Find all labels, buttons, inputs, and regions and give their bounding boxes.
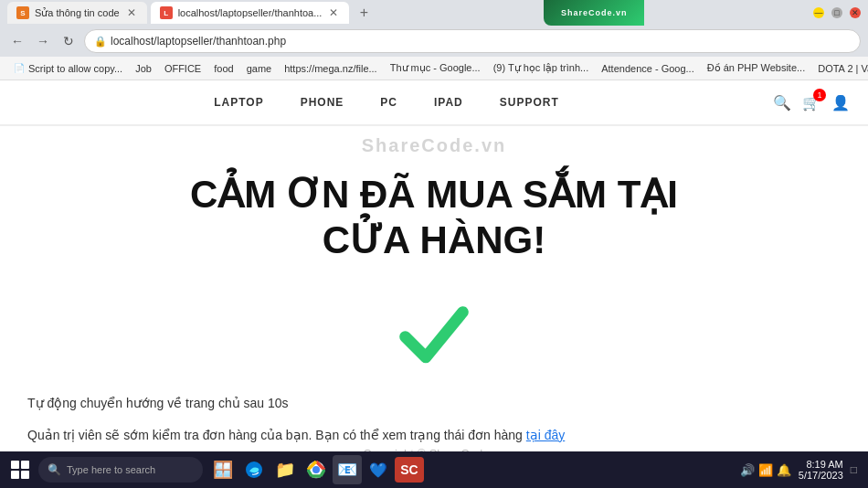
main-content: ShareCode.vn CẢM ƠN ĐÃ MUA SẮM TẠI CỬA H… [0, 126, 868, 454]
bookmark-9[interactable]: Đồ án PHP Website... [702, 60, 810, 76]
taskbar-date-text: 5/17/2023 [799, 470, 843, 481]
svg-point-2 [312, 466, 320, 473]
battery-icon: 🔔 [777, 463, 791, 477]
minimize-button[interactable]: — [813, 7, 824, 18]
tab-2[interactable]: L localhost/laptopseller/thanhtoa... ✕ [151, 2, 350, 24]
bookmark-10-label: DOTA 2 | Valve | Cro... [818, 63, 868, 74]
taskbar-app-4[interactable]: 📧 [333, 455, 362, 484]
tab-2-close[interactable]: ✕ [327, 6, 340, 19]
taskbar-time-text: 8:19 AM [799, 459, 843, 470]
admin-text: Quản trị viên sẽ sớm kiểm tra đơn hàng c… [18, 425, 565, 445]
taskbar-app-1[interactable] [239, 455, 269, 484]
lock-icon: 🔒 [94, 36, 107, 48]
admin-text-content: Quản trị viên sẽ sớm kiểm tra đơn hàng c… [27, 428, 526, 442]
redirect-text: Tự động chuyển hướng về trang chủ sau 10… [18, 396, 289, 410]
nav-items: LAPTOP PHONE PC IPAD SUPPORT [214, 96, 559, 109]
start-button[interactable] [4, 455, 37, 484]
browser-chrome: S Sửa thông tin code ✕ L localhost/lapto… [0, 0, 868, 57]
bookmark-6[interactable]: Thư mục - Google... [385, 60, 486, 76]
nav-pc[interactable]: PC [380, 96, 397, 109]
bookmark-10[interactable]: DOTA 2 | Valve | Cro... [812, 61, 868, 76]
address-text: localhost/laptopseller/thanhtoan.php [111, 35, 286, 48]
tab-1-close[interactable]: ✕ [125, 6, 138, 19]
address-bar[interactable]: 🔒 localhost/laptopseller/thanhtoan.php [84, 29, 861, 53]
title-line-2: CỬA HÀNG! [323, 218, 545, 261]
taskbar-right: 🔊 📶 🔔 8:19 AM 5/17/2023 □ [740, 459, 864, 481]
taskbar-search-icon: 🔍 [48, 463, 61, 476]
bookmark-5-label: https://mega.nz/file... [284, 63, 377, 74]
search-icon-button[interactable]: 🔍 [773, 94, 791, 111]
nav-support[interactable]: SUPPORT [500, 96, 559, 109]
reload-button[interactable]: ↻ [58, 31, 79, 51]
bookmarks-bar: 📄 Script to allow copy... Job OFFICE foo… [0, 57, 868, 80]
bookmark-9-label: Đồ án PHP Website... [707, 62, 805, 74]
bookmark-0-label: Script to allow copy... [28, 63, 122, 74]
bookmark-8-label: Attendence - Goog... [601, 63, 694, 74]
watermark: ShareCode.vn [362, 135, 506, 156]
cart-icon-button[interactable]: 🛒 1 [802, 94, 820, 111]
bookmark-0[interactable]: 📄 Script to allow copy... [7, 60, 128, 77]
network-icon: 🔊 [740, 463, 755, 477]
site-nav: LAPTOP PHONE PC IPAD SUPPORT 🔍 🛒 1 👤 [0, 80, 868, 126]
maximize-button[interactable]: □ [831, 7, 842, 18]
tab-2-label: localhost/laptopseller/thanhtoa... [178, 7, 323, 18]
tab-1-icon: S [16, 6, 29, 19]
bookmark-1-label: Job [135, 63, 152, 74]
tab-2-icon: L [160, 6, 173, 19]
taskbar-app-0[interactable]: 🪟 [208, 455, 238, 484]
taskbar-app-6[interactable]: SC [395, 457, 424, 483]
taskbar-app-5[interactable]: 💙 [364, 455, 393, 484]
bookmark-1[interactable]: Job [130, 61, 157, 76]
nav-laptop[interactable]: LAPTOP [214, 96, 263, 109]
system-tray: 🔊 📶 🔔 [740, 463, 791, 477]
show-desktop-button[interactable]: □ [851, 463, 857, 476]
tab-1-label: Sửa thông tin code [35, 7, 120, 19]
sharecode-logo: ShareCode.vn [544, 0, 644, 26]
bookmark-3-label: food [214, 63, 233, 74]
tab-1[interactable]: S Sửa thông tin code ✕ [7, 2, 147, 24]
taskbar: 🔍 Type here to search 🪟 📁 [0, 451, 868, 488]
checkmark-container [393, 292, 475, 377]
bookmark-4-label: game [247, 63, 272, 74]
sharecode-logo-text: ShareCode.vn [561, 8, 628, 17]
bookmark-5[interactable]: https://mega.nz/file... [279, 61, 383, 76]
address-bar-row: ← → ↻ 🔒 localhost/laptopseller/thanhtoan… [0, 26, 868, 57]
title-line-1: CẢM ƠN ĐÃ MUA SẮM TẠI [190, 173, 678, 216]
bookmark-7-label: (9) Tự học lập trình... [493, 62, 589, 74]
nav-icons: 🔍 🛒 1 👤 [773, 94, 850, 111]
bookmark-7[interactable]: (9) Tự học lập trình... [488, 60, 595, 76]
volume-icon: 📶 [758, 463, 773, 477]
bookmark-4[interactable]: game [241, 61, 278, 76]
bookmark-8[interactable]: Attendence - Goog... [596, 61, 700, 76]
window-controls: — □ ✕ [813, 7, 861, 18]
new-tab-button[interactable]: + [353, 2, 375, 24]
taskbar-search[interactable]: 🔍 Type here to search [38, 457, 203, 483]
close-button[interactable]: ✕ [850, 7, 861, 18]
nav-ipad[interactable]: IPAD [434, 96, 463, 109]
bookmark-3[interactable]: food [208, 61, 238, 76]
bookmark-6-label: Thư mục - Google... [390, 62, 481, 74]
taskbar-search-text: Type here to search [67, 464, 155, 475]
taskbar-app-2[interactable]: 📁 [270, 455, 300, 484]
bookmark-0-icon: 📄 [13, 62, 26, 75]
windows-icon [11, 461, 29, 479]
thank-you-title: CẢM ƠN ĐÃ MUA SẮM TẠI CỬA HÀNG! [190, 172, 678, 264]
taskbar-apps: 🪟 📁 📧 💙 SC [208, 455, 424, 484]
nav-phone[interactable]: PHONE [301, 96, 344, 109]
taskbar-clock: 8:19 AM 5/17/2023 [799, 459, 843, 481]
website: LAPTOP PHONE PC IPAD SUPPORT 🔍 🛒 1 👤 Sha… [0, 80, 868, 454]
bookmark-2-label: OFFICE [164, 63, 201, 74]
taskbar-app-3[interactable] [302, 455, 331, 484]
admin-link-text: tại đây [526, 428, 565, 442]
user-icon-button[interactable]: 👤 [831, 94, 850, 111]
title-bar: S Sửa thông tin code ✕ L localhost/lapto… [0, 0, 868, 26]
bookmark-2[interactable]: OFFICE [159, 61, 206, 76]
order-status-link[interactable]: tại đây [526, 428, 565, 442]
forward-button[interactable]: → [33, 31, 53, 51]
cart-badge: 1 [813, 89, 826, 101]
back-button[interactable]: ← [7, 31, 27, 51]
checkmark-icon [393, 292, 475, 374]
